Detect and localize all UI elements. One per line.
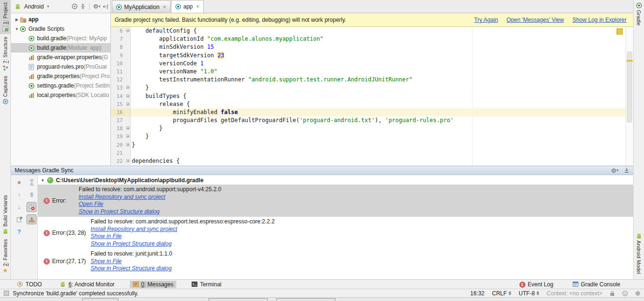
- tree-item-suffix: (Module: app): [66, 44, 101, 51]
- open-messages-view-link[interactable]: Open 'Messages' View: [507, 17, 564, 23]
- analysis-status-icon[interactable]: [617, 28, 623, 35]
- error-action-link[interactable]: Show in Project Structure dialog: [91, 240, 172, 248]
- caret-position-widget[interactable]: 16:32: [470, 290, 484, 297]
- show-log-in-explorer-link[interactable]: Show Log in Explorer: [572, 17, 626, 23]
- tree-item-settings-gradle[interactable]: settings.gradle (Project Settin: [11, 81, 110, 90]
- view-selector[interactable]: Android: [24, 3, 44, 10]
- workspace: 1: Project7: StructureCapturesBuild Vari…: [0, 0, 644, 279]
- expand-all-icon[interactable]: [27, 177, 36, 187]
- scrollbar-thumb[interactable]: [627, 52, 632, 123]
- line-number: 14: [111, 92, 125, 100]
- error-action-link[interactable]: Show in Project Structure dialog: [91, 265, 172, 273]
- down-arrow-icon[interactable]: ↓: [14, 202, 24, 212]
- encoding-widget[interactable]: UTF-8: [519, 290, 539, 297]
- tree-item-proguard-rules-pro[interactable]: proguard-rules.pro (ProGuar: [11, 62, 110, 71]
- tree-item-app[interactable]: ▶app: [11, 15, 110, 24]
- stripe-tab--structure[interactable]: 7: Structure: [0, 34, 11, 73]
- toolwindow-toggle-icon[interactable]: [4, 291, 9, 296]
- stripe-tab-android-model[interactable]: Android Model: [634, 231, 644, 276]
- editor-scrollbar[interactable]: [626, 27, 633, 166]
- gear-icon[interactable]: ⚙▾: [611, 168, 618, 174]
- line-number: 17: [111, 116, 125, 124]
- stripe-tab-captures[interactable]: Captures: [0, 73, 11, 107]
- hide-icon[interactable]: [624, 168, 629, 173]
- line-number: 16: [111, 108, 125, 116]
- error-action-link[interactable]: Open File: [79, 201, 103, 208]
- code-line-12: 12 testInstrumentationRunner "android.su…: [111, 76, 626, 84]
- fold-marker-icon[interactable]: [125, 100, 131, 108]
- tree-item-gradle-scripts[interactable]: ▼Gradle Scripts: [11, 24, 110, 34]
- toolwindow-button--android-monitor[interactable]: 6: Android Monitor: [57, 281, 117, 288]
- gear-icon[interactable]: ⚙▾: [93, 3, 100, 9]
- fold-marker-icon[interactable]: [125, 133, 131, 141]
- lock-icon[interactable]: [610, 291, 615, 296]
- close-tab-icon[interactable]: ×: [196, 3, 200, 10]
- stripe-tab--project[interactable]: 1: Project: [0, 0, 11, 34]
- toolwindow-button--messages[interactable]: 0: Messages: [130, 281, 176, 288]
- stripe-tab--favorites[interactable]: 2: Favorites★: [0, 237, 11, 276]
- export-icon[interactable]: [14, 214, 24, 224]
- fold-spacer: [125, 116, 131, 124]
- toolwindow-button-todo[interactable]: TODO: [14, 281, 45, 288]
- stripe-tab-build-variants[interactable]: Build Variants: [0, 193, 11, 236]
- messages-title: Messages Gradle Sync: [15, 167, 73, 174]
- hide-warnings-icon[interactable]: [27, 202, 36, 212]
- expanded-arrow-icon[interactable]: ▼: [14, 27, 20, 31]
- fold-marker-icon[interactable]: [125, 124, 131, 133]
- up-arrow-icon[interactable]: ↑: [14, 190, 24, 200]
- error-action-link[interactable]: Install Repository and sync project: [79, 194, 165, 201]
- stripe-tab-label: 1: Project: [2, 2, 8, 24]
- expanded-arrow-icon[interactable]: ▼: [41, 178, 45, 183]
- code-line-15: 15 release {: [111, 100, 626, 108]
- collapse-all-icon[interactable]: [27, 190, 36, 200]
- context-widget[interactable]: Context: <no context>: [547, 290, 602, 297]
- android-icon: [15, 4, 21, 9]
- fold-marker-icon[interactable]: [125, 157, 131, 165]
- stripe-tab-label: Gradle: [636, 10, 642, 26]
- locate-icon[interactable]: [72, 3, 78, 9]
- close-icon[interactable]: ×: [14, 177, 24, 187]
- help-icon[interactable]: ?: [14, 227, 24, 237]
- fold-marker-icon[interactable]: [125, 84, 131, 92]
- error-entry[interactable]: !Error:(27, 17)Failed to resolve: junit:…: [38, 249, 633, 274]
- error-action-link[interactable]: Show in File: [91, 233, 121, 240]
- code-line-7: 7 applicationId "com.example.alunos.myap…: [111, 35, 626, 43]
- collapse-all-icon[interactable]: [80, 3, 86, 9]
- toolwindow-button-gradle-console[interactable]: Gradle Console: [570, 280, 623, 288]
- tree-item-local-properties[interactable]: local.properties (SDK Locatio: [11, 90, 110, 100]
- chevron-down-icon[interactable]: ▾: [47, 4, 49, 9]
- toolwindow-button-event-log[interactable]: 1Event Log: [517, 280, 556, 288]
- tree-item-build-gradle[interactable]: build.gradle (Module: app): [11, 43, 110, 53]
- error-file-node[interactable]: ▼ C:\Users\User\Desktop\MyApplication\ap…: [38, 175, 633, 185]
- error-action-link[interactable]: Show in Project Structure dialog: [79, 208, 160, 216]
- close-tab-icon[interactable]: ×: [163, 4, 166, 10]
- line-number: 15: [111, 100, 125, 108]
- fold-marker-icon[interactable]: [125, 92, 131, 100]
- error-entry[interactable]: !Error:(23, 28)Failed to resolve: com.an…: [38, 217, 633, 249]
- autoscroll-to-end-icon[interactable]: [27, 214, 36, 224]
- tree-item-build-gradle[interactable]: build.gradle (Project: MyApp: [11, 34, 110, 43]
- line-number: 22: [111, 157, 125, 165]
- error-entry[interactable]: !Error:Failed to resolve: com.android.su…: [38, 185, 633, 217]
- editor-tab-myapplication[interactable]: MyApplication×: [112, 0, 171, 13]
- code-line-10: 10 versionCode 1: [111, 60, 626, 68]
- hector-inspector-icon[interactable]: [622, 291, 628, 296]
- scrollbar-warning-marker[interactable]: [626, 60, 633, 62]
- line-ending-widget[interactable]: CRLF: [492, 290, 511, 297]
- line-number: 7: [111, 35, 125, 43]
- code-editor[interactable]: 6 defaultConfig {7 applicationId "com.ex…: [111, 27, 633, 166]
- collapsed-arrow-icon[interactable]: ▶: [14, 18, 20, 22]
- tree-item-gradle-wrapper-properties[interactable]: gradle-wrapper.properties (G: [11, 53, 110, 62]
- try-again-link[interactable]: Try Again: [474, 17, 498, 23]
- hide-panel-icon[interactable]: [103, 4, 109, 9]
- editor-tab-app[interactable]: app×: [171, 0, 204, 13]
- tree-item-gradle-properties[interactable]: gradle.properties (Project Pro: [11, 71, 110, 81]
- error-action-link[interactable]: Install Repository and sync project: [91, 226, 177, 233]
- stripe-tab-gradle[interactable]: Gradle: [634, 0, 644, 28]
- error-action-link[interactable]: Show in File: [91, 258, 121, 266]
- tree-item-label: gradle.properties: [37, 73, 80, 80]
- fold-marker-icon[interactable]: [125, 141, 131, 149]
- toolwindow-button-terminal[interactable]: Terminal: [189, 281, 224, 288]
- fold-marker-icon[interactable]: [125, 27, 131, 35]
- error-content: Failed to resolve: junit:junit:1.1.0Show…: [86, 250, 172, 273]
